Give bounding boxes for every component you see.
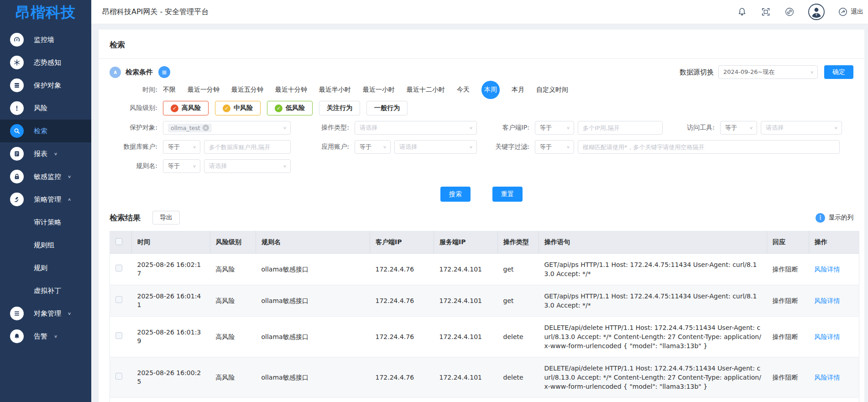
row-checkbox[interactable] [115, 296, 122, 303]
client-ip-operator-select[interactable]: 等于 ∨ [535, 121, 574, 135]
cell-risk-level: 高风险 [210, 254, 256, 285]
risk-filter-button[interactable]: ✓ 高风险 [163, 101, 209, 115]
col-header-time: 时间 [132, 231, 210, 254]
protect-object-select[interactable]: ollma_test ✕ ∨ [163, 121, 291, 135]
fullscreen-icon[interactable] [760, 6, 771, 17]
col-header-response: 回应 [767, 231, 809, 254]
sidebar-subitem-rule[interactable]: 规则 [0, 256, 91, 279]
results-header: 检索结果 导出 ⋮ 显示的列 [110, 211, 853, 224]
col-header-client-ip: 客户端IP [370, 231, 434, 254]
cell-time: 2025-08-26 16:00:25 [132, 357, 210, 398]
cell-op-type: delete [498, 357, 539, 398]
rule-name-operator-select[interactable]: 等于 ∨ [163, 159, 200, 173]
filter-row-1: 保护对象: ollma_test ✕ ∨ 操作类型: 请选择 ∨ [110, 121, 853, 135]
row-checkbox[interactable] [115, 265, 122, 271]
logout-arrow-icon [838, 7, 848, 17]
datasource-value: 2024-09-26~现在 [723, 68, 774, 76]
app-account-select[interactable]: 请选择 ∨ [394, 140, 477, 154]
risk-detail-link[interactable]: 风险详情 [815, 297, 840, 304]
risk-filter-button[interactable]: ✓ 关注行为 [319, 101, 360, 115]
time-option[interactable]: 最近五分钟 [231, 86, 263, 94]
client-ip-label: 客户端IP: [477, 124, 535, 132]
sidebar-item-protected-objects[interactable]: 保护对象 [0, 74, 91, 97]
col-header-server-ip: 服务端IP [434, 231, 498, 254]
rule-name-label: 规则名: [110, 162, 163, 170]
filter-row-2: 数据库账户: 等于 ∨ 应用账户: 等于 ∨ 请选择 [110, 140, 853, 154]
filter-menu-icon[interactable]: ≡ [158, 66, 170, 78]
chevron-down-icon: ∨ [383, 145, 387, 149]
cell-statement: GET/api/tags HTTP/1.1 Host: 172.24.4.75:… [539, 398, 767, 402]
access-tool-operator-select[interactable]: 等于 ∨ [720, 121, 757, 135]
risk-filter-button[interactable]: ✓ 中风险 [215, 101, 261, 115]
sidebar-item-risk[interactable]: 风险 [0, 97, 91, 120]
client-ip-input[interactable] [578, 121, 663, 135]
page-card: 检索 ∧ 检索条件 ≡ 数据源切换 2024-09-26~现在 ∨ [99, 30, 864, 402]
table-row: 2025-08-25 11:15:20 高风险 ollama敏感接口 172.1… [110, 398, 859, 402]
results-table: 时间 风险级别 规则名 客户端IP 服务端IP 操作类型 操作语句 回应 操作 [110, 231, 859, 402]
cell-rule-name: ollama敏感接口 [256, 398, 370, 402]
sidebar-item-situation-awareness[interactable]: 态势感知 [0, 51, 91, 74]
confirm-button[interactable]: 确定 [824, 65, 853, 79]
sidebar-item-label: 风险 [34, 104, 47, 113]
row-checkbox[interactable] [115, 332, 122, 339]
cell-client-ip: 172.24.4.76 [370, 254, 434, 285]
time-option[interactable]: 本月 [512, 86, 524, 94]
risk-detail-link[interactable]: 风险详情 [815, 266, 840, 273]
risk-detail-link[interactable]: 风险详情 [815, 374, 840, 381]
access-tool-select[interactable]: 请选择 ∨ [761, 121, 842, 135]
vertical-dots-icon: ⋮ [816, 213, 825, 223]
row-checkbox[interactable] [115, 373, 122, 380]
notification-bell-icon[interactable] [737, 6, 748, 17]
risk-filter-button[interactable]: ✓ 一般行为 [366, 101, 408, 115]
collapse-chevron-up-icon[interactable]: ∧ [110, 67, 121, 78]
time-option[interactable]: 不限 [163, 86, 176, 94]
tag-close-icon[interactable]: ✕ [203, 125, 209, 131]
sidebar-item-alerts[interactable]: 告警 ∨ [0, 325, 91, 348]
db-account-input[interactable] [204, 140, 291, 154]
search-button[interactable]: 搜索 [440, 187, 471, 202]
datasource-select[interactable]: 2024-09-26~现在 ∨ [718, 65, 818, 79]
column-settings-toggle[interactable]: ⋮ 显示的列 [816, 213, 853, 223]
time-option[interactable]: 最近十二小时 [407, 86, 445, 94]
sidebar-item-search[interactable]: 检索 [0, 120, 91, 142]
select-all-checkbox[interactable] [115, 238, 122, 245]
rule-name-select[interactable]: 请选择 ∨ [204, 159, 291, 173]
risk-filter-button[interactable]: ✓ 低风险 [267, 101, 313, 115]
time-option[interactable]: 自定义时间 [536, 86, 568, 94]
risk-detail-link[interactable]: 风险详情 [815, 333, 840, 340]
op-type-select[interactable]: 请选择 ∨ [355, 121, 477, 135]
keyword-input[interactable] [578, 140, 840, 154]
risk-filter-label: 一般行为 [374, 104, 400, 112]
cell-op-type: get [498, 285, 539, 317]
table-row: 2025-08-26 16:01:39 高风险 ollama敏感接口 172.2… [110, 317, 859, 357]
time-option[interactable]: 最近一分钟 [188, 86, 220, 94]
time-option[interactable]: 最近十分钟 [275, 86, 307, 94]
sidebar-item-object-management[interactable]: 对象管理 ∨ [0, 302, 91, 325]
chevron-down-icon: ∨ [566, 145, 570, 149]
logout-button[interactable]: 退出 [838, 7, 863, 17]
sidebar-item-sensitive-monitor[interactable]: 敏感监控 ∨ [0, 165, 91, 188]
sidebar-subitem-audit-policy[interactable]: 审计策略 [0, 211, 91, 234]
keyword-operator-select[interactable]: 等于 ∨ [535, 140, 574, 154]
time-option[interactable]: 最近半小时 [319, 86, 351, 94]
user-avatar[interactable] [808, 3, 825, 21]
chevron-down-icon: ∨ [193, 145, 196, 149]
keyword-filter-label: 关键字过滤: [477, 143, 535, 151]
sidebar-item-policy-management[interactable]: 策略管理 ∧ [0, 188, 91, 211]
reset-button[interactable]: 重置 [492, 187, 523, 202]
time-option[interactable]: 本周 [481, 81, 500, 99]
time-option[interactable]: 最近一小时 [363, 86, 395, 94]
export-button[interactable]: 导出 [152, 211, 180, 224]
time-option[interactable]: 今天 [457, 86, 470, 94]
alarm-icon [10, 329, 24, 343]
link-icon[interactable] [784, 6, 795, 17]
sidebar-item-monitor-wall[interactable]: 监控墙 [0, 28, 91, 51]
sidebar-subitem-virtual-patch[interactable]: 虚拟补丁 [0, 279, 91, 302]
sidebar-item-label: 态势感知 [34, 58, 61, 67]
cell-response: 操作阻断 [767, 254, 809, 285]
sidebar-item-reports[interactable]: 报表 ∨ [0, 142, 91, 165]
db-account-operator-select[interactable]: 等于 ∨ [163, 140, 200, 154]
cell-client-ip: 172.24.4.76 [370, 357, 434, 398]
app-account-operator-select[interactable]: 等于 ∨ [355, 140, 391, 154]
sidebar-subitem-rule-group[interactable]: 规则组 [0, 234, 91, 256]
